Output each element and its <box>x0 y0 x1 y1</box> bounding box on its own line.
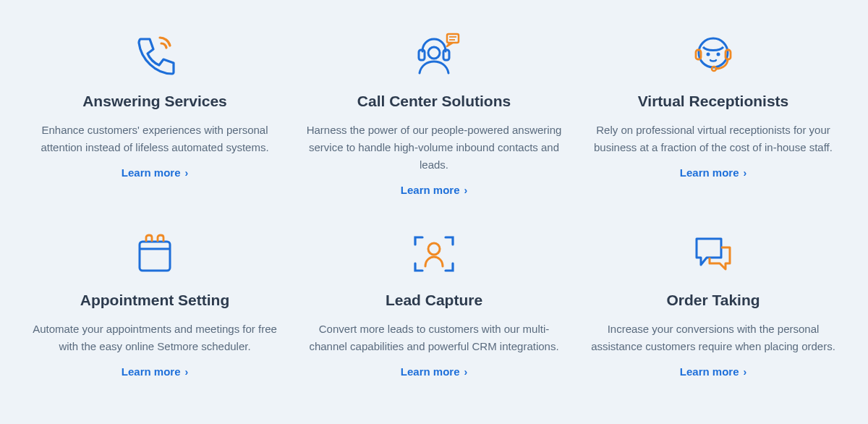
calendar-icon <box>134 231 176 277</box>
phone-icon <box>132 32 177 78</box>
service-card-lead-capture: Lead Capture Convert more leads to custo… <box>305 231 563 378</box>
service-card-virtual-receptionist: Virtual Receptionists Rely on profession… <box>584 32 842 196</box>
card-title: Answering Services <box>82 93 227 110</box>
headset-agent-icon <box>408 32 460 78</box>
card-description: Automate your appointments and meetings … <box>26 321 284 355</box>
learn-more-label: Learn more <box>680 365 739 378</box>
svg-rect-3 <box>447 34 459 43</box>
learn-more-link[interactable]: Learn more › <box>122 166 188 179</box>
card-description: Increase your conversions with the perso… <box>584 321 842 355</box>
card-description: Enhance customers' experiences with pers… <box>26 122 284 156</box>
card-description: Rely on professional virtual receptionis… <box>584 122 842 156</box>
svg-rect-12 <box>140 242 170 271</box>
learn-more-link[interactable]: Learn more › <box>680 166 746 179</box>
chat-bubbles-icon <box>691 231 736 277</box>
learn-more-link[interactable]: Learn more › <box>401 184 467 196</box>
learn-more-link[interactable]: Learn more › <box>122 365 188 378</box>
chevron-right-icon: › <box>185 366 189 378</box>
card-description: Convert more leads to customers with our… <box>305 321 563 355</box>
card-title: Lead Capture <box>386 292 482 309</box>
learn-more-label: Learn more <box>122 365 181 378</box>
svg-point-8 <box>717 53 720 56</box>
chevron-right-icon: › <box>744 167 747 179</box>
service-card-call-center: Call Center Solutions Harness the power … <box>305 32 563 196</box>
svg-point-2 <box>428 47 440 59</box>
svg-point-11 <box>712 67 716 71</box>
learn-more-link[interactable]: Learn more › <box>680 365 746 378</box>
service-card-answering: Answering Services Enhance customers' ex… <box>26 32 284 196</box>
svg-point-6 <box>699 38 728 67</box>
focus-person-icon <box>411 231 457 277</box>
chevron-right-icon: › <box>464 366 468 378</box>
learn-more-label: Learn more <box>680 166 739 179</box>
learn-more-label: Learn more <box>401 365 460 378</box>
service-card-order-taking: Order Taking Increase your conversions w… <box>584 231 842 378</box>
card-title: Virtual Receptionists <box>638 93 789 110</box>
services-grid: Answering Services Enhance customers' ex… <box>0 0 868 378</box>
learn-more-label: Learn more <box>401 184 460 196</box>
card-title: Order Taking <box>666 292 760 309</box>
card-title: Appointment Setting <box>80 292 229 309</box>
card-description: Harness the power of our people-powered … <box>305 122 563 174</box>
learn-more-label: Learn more <box>122 166 181 179</box>
learn-more-link[interactable]: Learn more › <box>401 365 467 378</box>
service-card-appointment: Appointment Setting Automate your appoin… <box>26 231 284 378</box>
chevron-right-icon: › <box>185 167 189 179</box>
svg-point-14 <box>428 243 440 255</box>
svg-point-7 <box>707 53 710 56</box>
chevron-right-icon: › <box>464 185 468 196</box>
receptionist-headset-icon <box>691 32 736 78</box>
card-title: Call Center Solutions <box>357 93 511 110</box>
chevron-right-icon: › <box>744 366 747 378</box>
